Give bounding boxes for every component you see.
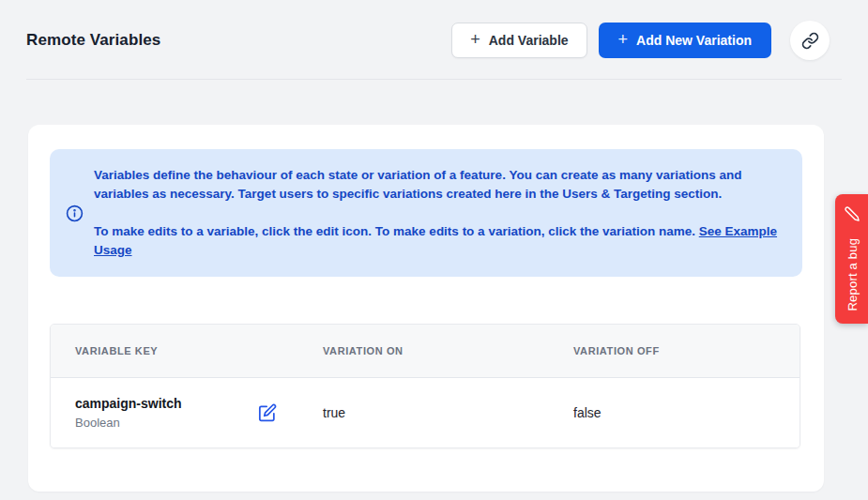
report-bug-tab[interactable]: Report a bug bbox=[835, 194, 868, 324]
variable-key-cell: campaign-switch Boolean bbox=[75, 395, 323, 432]
edit-icon bbox=[258, 403, 277, 422]
page-header: Remote Variables + Add Variable + Add Ne… bbox=[0, 0, 868, 79]
variation-off-value: false bbox=[573, 405, 799, 420]
table-row: campaign-switch Boolean true false bbox=[51, 378, 799, 447]
copy-link-button[interactable] bbox=[790, 21, 830, 60]
report-bug-label: Report a bug bbox=[845, 231, 859, 311]
info-paragraph-2: To make edits to a variable, click the e… bbox=[94, 222, 787, 260]
variables-card: Variables define the behaviour of each s… bbox=[28, 125, 824, 492]
variable-key-info: campaign-switch Boolean bbox=[75, 395, 182, 432]
info-paragraph-2-text: To make edits to a variable, click the e… bbox=[94, 224, 695, 238]
table-header-row: VARIABLE KEY VARIATION ON VARIATION OFF bbox=[51, 325, 799, 378]
plus-icon: + bbox=[618, 31, 629, 48]
pencil-icon bbox=[844, 205, 860, 221]
add-variable-button[interactable]: + Add Variable bbox=[451, 23, 586, 58]
variable-key-name: campaign-switch bbox=[75, 395, 182, 413]
info-paragraph-1: Variables define the behaviour of each s… bbox=[94, 166, 787, 204]
add-new-variation-label: Add New Variation bbox=[636, 33, 752, 48]
report-bug-tab-inner: Report a bug bbox=[835, 194, 868, 324]
column-header-variable-key: VARIABLE KEY bbox=[75, 345, 323, 356]
variation-on-value: true bbox=[323, 405, 573, 420]
link-icon bbox=[801, 32, 819, 50]
info-banner: Variables define the behaviour of each s… bbox=[50, 149, 802, 277]
page-title: Remote Variables bbox=[26, 31, 160, 50]
info-text: Variables define the behaviour of each s… bbox=[94, 166, 787, 260]
header-divider bbox=[26, 79, 842, 80]
add-new-variation-button[interactable]: + Add New Variation bbox=[599, 23, 771, 58]
info-icon bbox=[66, 205, 84, 222]
column-header-variation-on: VARIATION ON bbox=[323, 345, 573, 356]
add-variable-label: Add Variable bbox=[489, 33, 569, 48]
variables-table: VARIABLE KEY VARIATION ON VARIATION OFF … bbox=[50, 324, 800, 448]
column-header-variation-off: VARIATION OFF bbox=[573, 345, 799, 356]
variable-key-type: Boolean bbox=[75, 415, 182, 432]
plus-icon: + bbox=[470, 31, 480, 48]
edit-variable-button[interactable] bbox=[256, 402, 279, 424]
header-actions: + Add Variable + Add New Variation bbox=[451, 21, 830, 60]
